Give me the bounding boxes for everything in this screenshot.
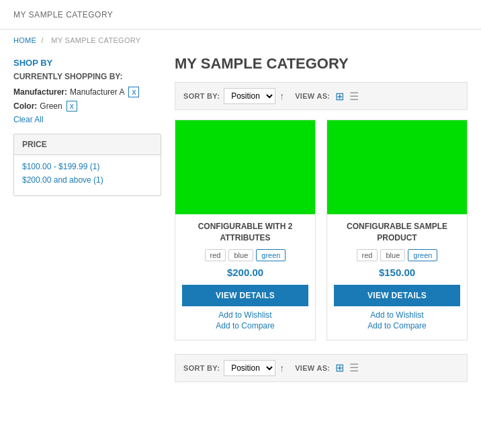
sidebar: SHOP BY CURRENTLY SHOPPING BY: Manufactu… [13, 51, 161, 382]
swatch-red-1[interactable]: red [205, 249, 226, 261]
sort-direction-top[interactable]: ↑ [279, 91, 284, 101]
product-name-1: CONFIGURABLE WITH 2 ATTRIBUTES [175, 221, 315, 244]
swatch-green-2[interactable]: green [408, 249, 437, 261]
list-view-icon-bottom[interactable]: ☰ [349, 361, 359, 374]
filter-manufacturer-key: Manufacturer: [13, 87, 67, 97]
main-container: SHOP BY CURRENTLY SHOPPING BY: Manufactu… [0, 51, 481, 396]
breadcrumb: HOME / MY SAMPLE CATEGORY [0, 30, 481, 51]
page-header: MY SAMPLE CATEGORY [0, 0, 481, 30]
sort-direction-bottom[interactable]: ↑ [279, 363, 284, 373]
sort-by-label-top: SORT BY: [183, 92, 220, 100]
sort-by-label-bottom: SORT BY: [183, 364, 220, 372]
filter-manufacturer: Manufacturer: Manufacturer A x [13, 87, 161, 97]
breadcrumb-current: MY SAMPLE CATEGORY [51, 36, 140, 44]
add-to-wishlist-2[interactable]: Add to Wishlist [327, 310, 467, 320]
content: MY SAMPLE CATEGORY SORT BY: Position Nam… [175, 51, 468, 382]
breadcrumb-separator: / [42, 36, 44, 44]
product-price-1: $200.00 [175, 267, 315, 278]
filter-color: Color: Green x [13, 101, 161, 111]
add-to-compare-1[interactable]: Add to Compare [175, 321, 315, 330]
list-view-icon-top[interactable]: ☰ [349, 90, 359, 103]
view-as-label-bottom: VIEW AS: [295, 364, 330, 372]
view-details-button-1[interactable]: VIEW DETAILS [182, 285, 308, 306]
swatch-red-2[interactable]: red [357, 249, 378, 261]
swatch-blue-1[interactable]: blue [228, 249, 253, 261]
grid-view-icon-top[interactable]: ⊞ [335, 90, 344, 103]
filter-manufacturer-remove[interactable]: x [128, 87, 139, 97]
add-to-compare-2[interactable]: Add to Compare [327, 321, 467, 330]
swatch-green-1[interactable]: green [256, 249, 286, 261]
price-filter-title: PRICE [14, 134, 161, 155]
product-image-2 [327, 120, 467, 214]
shop-by-title: SHOP BY [13, 58, 161, 68]
category-title: MY SAMPLE CATEGORY [175, 55, 468, 73]
product-actions-1: Add to Wishlist Add to Compare [175, 310, 315, 330]
currently-shopping-label: CURRENTLY SHOPPING BY: [13, 72, 161, 81]
product-swatches-2: red blue green [327, 249, 467, 261]
price-filter-box: PRICE $100.00 - $199.99 (1) $200.00 and … [13, 134, 161, 196]
toolbar-bottom: SORT BY: Position Name Price ↑ VIEW AS: … [175, 354, 468, 382]
product-image-1 [175, 120, 315, 214]
product-card-1: CONFIGURABLE WITH 2 ATTRIBUTES red blue … [175, 120, 316, 341]
view-details-button-2[interactable]: VIEW DETAILS [334, 285, 460, 306]
header-title: MY SAMPLE CATEGORY [13, 10, 113, 19]
toolbar-top: SORT BY: Position Name Price ↑ VIEW AS: … [175, 82, 468, 110]
price-option-2[interactable]: $200.00 and above (1) [22, 175, 152, 185]
add-to-wishlist-1[interactable]: Add to Wishlist [175, 310, 315, 320]
swatch-blue-2[interactable]: blue [380, 249, 405, 261]
product-name-2: CONFIGURABLE SAMPLE PRODUCT [327, 221, 467, 244]
sort-select-bottom[interactable]: Position Name Price [224, 360, 275, 376]
price-filter-list: $100.00 - $199.99 (1) $200.00 and above … [14, 155, 161, 195]
grid-view-icon-bottom[interactable]: ⊞ [335, 361, 344, 374]
product-swatches-1: red blue green [175, 249, 315, 261]
price-option-1[interactable]: $100.00 - $199.99 (1) [22, 162, 152, 171]
product-actions-2: Add to Wishlist Add to Compare [327, 310, 467, 330]
filter-color-remove[interactable]: x [67, 101, 77, 111]
filter-manufacturer-value: Manufacturer A [70, 87, 124, 97]
clear-all-link[interactable]: Clear All [13, 115, 161, 124]
product-grid: CONFIGURABLE WITH 2 ATTRIBUTES red blue … [175, 120, 468, 341]
view-as-label-top: VIEW AS: [295, 92, 330, 100]
filter-color-key: Color: [13, 101, 37, 111]
product-card-2: CONFIGURABLE SAMPLE PRODUCT red blue gre… [326, 120, 468, 341]
sort-select-top[interactable]: Position Name Price [224, 88, 275, 104]
breadcrumb-home[interactable]: HOME [13, 36, 36, 44]
filter-color-value: Green [40, 101, 62, 111]
product-price-2: $150.00 [327, 267, 467, 278]
